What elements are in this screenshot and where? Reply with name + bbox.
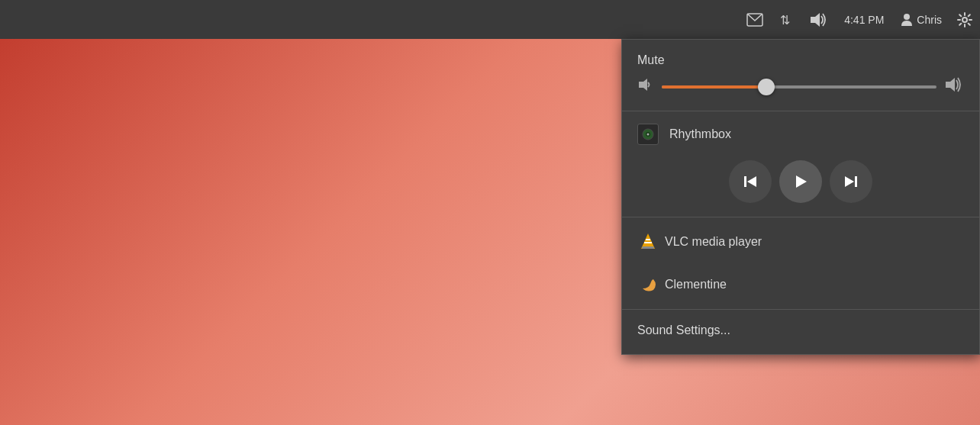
mail-icon[interactable] [739,0,771,39]
svg-point-4 [962,18,967,22]
media-controls [622,154,979,214]
network-icon[interactable]: ⇅ [771,0,801,39]
sound-settings-label: Sound Settings... [637,324,730,337]
svg-marker-12 [796,175,807,188]
panel-settings-icon[interactable] [949,0,980,39]
svg-marker-2 [811,13,820,27]
svg-point-3 [904,14,910,20]
svg-marker-14 [845,176,854,187]
sound-panel-icon[interactable] [801,0,835,39]
play-button[interactable] [779,160,822,203]
volume-high-icon [944,76,964,97]
volume-slider[interactable] [662,79,936,95]
panel-user[interactable]: Chris [893,0,949,39]
mute-label[interactable]: Mute [637,53,665,67]
volume-thumb[interactable] [758,79,775,95]
sound-dropdown: Mute [621,39,980,355]
rhythmbox-icon [637,124,659,145]
volume-fill [662,85,766,89]
svg-marker-5 [639,79,647,91]
panel-time[interactable]: 4:41 PM [835,0,893,39]
prev-button[interactable] [729,160,772,203]
mute-row: Mute [622,46,979,72]
divider-2 [622,217,979,217]
volume-row [622,72,979,108]
clementine-row[interactable]: Clementine [622,263,979,306]
svg-rect-16 [642,246,654,249]
sound-settings-row[interactable]: Sound Settings... [622,313,979,348]
vlc-icon [637,231,659,253]
vlc-row[interactable]: VLC media player [622,221,979,263]
svg-rect-10 [744,176,746,187]
divider-1 [622,111,979,111]
volume-low-icon [637,77,654,96]
svg-text:⇅: ⇅ [780,14,790,27]
next-button[interactable] [830,160,872,203]
divider-3 [622,309,979,310]
svg-point-9 [647,134,650,136]
svg-marker-6 [946,78,955,92]
rhythmbox-label: Rhythmbox [669,127,731,141]
volume-track [662,85,936,89]
clementine-label: Clementine [665,278,727,291]
svg-rect-13 [855,176,857,187]
rhythmbox-row[interactable]: Rhythmbox [622,114,979,154]
clementine-icon [637,274,659,295]
top-panel: ⇅ 4:41 PM Chris [0,0,980,39]
vlc-label: VLC media player [665,235,762,249]
svg-marker-11 [747,176,756,187]
